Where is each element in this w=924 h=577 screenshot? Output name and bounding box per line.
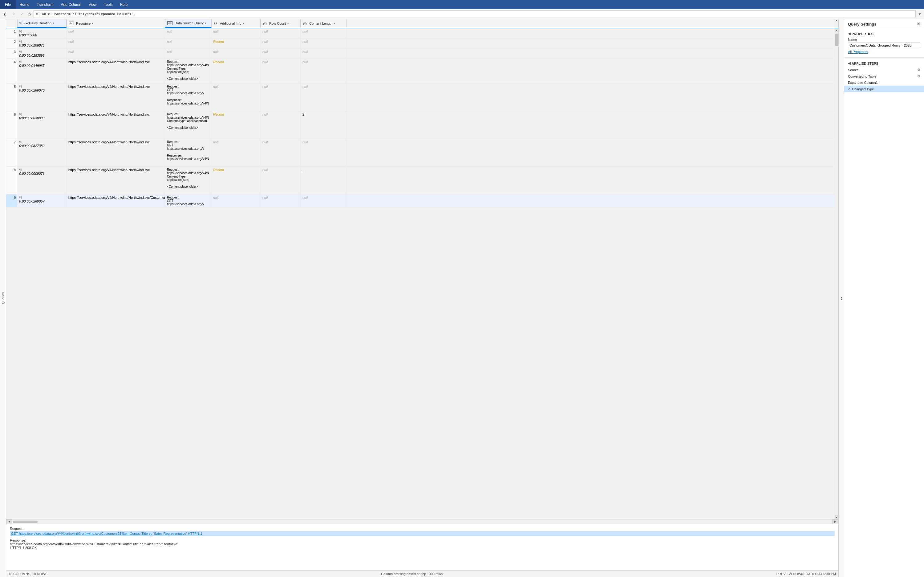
cell-resource-5: https://services.odata.org/V4/Northwind/… [66,84,165,111]
cell-datasource-5: Request: GET https://services.odata.org/… [165,84,211,111]
status-profiling-info: Column profiling based on top 1000 rows [381,572,443,576]
menu-view[interactable]: View [85,0,100,9]
data-area: % Exclusive Duration ▾ AC Resource ▾ AC … [6,19,838,577]
cell-spacer [347,167,835,194]
detail-request-url[interactable]: GET https://services.odata.org/V4/Northw… [10,531,835,536]
detail-response-url: https://services.odata.org/V4/Northwind/… [10,542,835,546]
col-resource-label: Resource [76,22,90,25]
cell-additional-8: Record [211,167,260,194]
menu-home[interactable]: Home [16,0,33,9]
scroll-track[interactable] [13,521,832,523]
row-number: 6 [6,111,17,139]
step-changed-type-label: Changed Type [852,87,920,91]
formula-bar[interactable]: = Table.TransformColumnTypes(#"Expanded … [34,10,916,18]
cell-duration-1: % 0:00:00.000 [17,28,66,38]
properties-divider [844,57,924,58]
menu-transform[interactable]: Transform [33,0,57,9]
query-settings-header: Query Settings ✕ [844,19,924,29]
cell-rowcount-2: null [260,39,301,48]
step-source-gear-icon[interactable]: ⚙ [917,68,920,72]
cell-rowcount-4: null [260,59,301,83]
cell-additional-3: null [211,49,260,58]
cell-additional-9: null [211,195,260,207]
name-value[interactable] [844,42,924,49]
step-expanded-column1[interactable]: Expanded Column1 [844,79,924,86]
exclusive-duration-icon: % [19,22,22,25]
detail-panel: Request: GET https://services.odata.org/… [6,524,838,570]
detail-response-status: HTTP/1.1 200 OK [10,546,835,550]
cell-resource-8: https://services.odata.org/V4/Northwind/… [66,167,165,194]
col-rowcount-label: Row Count [269,22,286,25]
queries-label: Queries [1,292,5,304]
collapse-queries-button[interactable]: ❮ [1,11,9,17]
step-converted-gear-icon[interactable]: ⚙ [917,74,920,78]
step-changed-type-delete-icon[interactable]: ✕ [848,87,851,91]
col-header-content-length[interactable]: 123 Content Length ▾ [301,19,347,28]
scroll-right-button[interactable]: ▶ [832,519,838,524]
scroll-left-button[interactable]: ◀ [6,519,12,524]
row-number: 9 [6,195,17,207]
step-converted-to-table[interactable]: Converted to Table ⚙ [844,73,924,79]
formula-icon: fx [28,12,31,16]
table-row: 4 % 0:00:00.0449967 https://services.oda… [6,59,835,84]
query-settings-close-button[interactable]: ✕ [917,22,920,26]
name-input[interactable] [848,42,920,48]
contentlen-icon: 123 [303,22,307,26]
formula-text: = Table.TransformColumnTypes(#"Expanded … [36,12,914,16]
grid-scroll-up-button[interactable]: ▲ [835,28,839,32]
cell-resource-6: https://services.odata.org/V4/Northwind/… [66,111,165,139]
col-header-row-count[interactable]: 123 Row Count ▾ [260,19,301,28]
cell-duration-6: % 0:00:00.0030893 [17,111,66,139]
cell-rowcount-3: null [260,49,301,58]
cell-duration-3: % 0:00:00.0253896 [17,49,66,58]
step-source[interactable]: Source ⚙ [844,66,924,73]
cancel-button[interactable]: ✕ [10,11,17,17]
col-header-resource[interactable]: AC Resource ▾ [66,19,165,28]
col-header-exclusive-duration[interactable]: % Exclusive Duration ▾ [17,19,66,28]
collapse-right-panel-button[interactable]: ❯ [838,19,844,577]
col-exclusive-duration-label: Exclusive Duration [23,21,51,25]
cell-duration-8: % 0:00:00.0009076 [17,167,66,194]
step-changed-type[interactable]: ✕ Changed Type [844,86,924,92]
header-spacer [347,19,835,28]
menu-help[interactable]: Help [116,0,131,9]
grid-vertical-scrollbar[interactable]: ▲ ▼ [835,28,838,519]
cell-contentlen-5: null [301,84,347,111]
menu-add-column[interactable]: Add Column [57,0,85,9]
apply-button[interactable]: ✓ [18,11,26,17]
cell-spacer [347,59,835,83]
status-preview-time: PREVIEW DOWNLOADED AT 5:30 PM [776,572,836,576]
grid-scroll-up-arrow[interactable]: ▲ [836,19,838,21]
col-contentlen-label: Content Length [309,22,332,25]
all-properties-link[interactable]: All Properties [844,49,924,56]
row-number: 1 [6,28,17,38]
row-number: 4 [6,59,17,83]
scroll-thumb[interactable] [13,521,38,523]
main-layout: Queries % Exclusive Duration ▾ AC Resour… [0,19,924,577]
grid-horizontal-scrollbar[interactable]: ◀ ▶ [6,519,838,524]
cell-additional-7: null [211,139,260,166]
formula-expand-button[interactable]: ▾ [917,11,923,17]
cell-resource-7: https://services.odata.org/V4/Northwind/… [66,139,165,166]
col-header-additional-info[interactable]: ⬆⬇ Additional Info ▾ [211,19,260,28]
toolbar: ❮ ✕ ✓ fx = Table.TransformColumnTypes(#"… [0,9,924,19]
cell-additional-6: Record [211,111,260,139]
menu-file[interactable]: File [0,0,16,9]
grid-scroll-down-button[interactable]: ▼ [835,515,839,519]
cell-resource-1: null [66,28,165,38]
grid-scroll-track[interactable] [835,32,838,515]
cell-contentlen-7: null [301,139,347,166]
cell-contentlen-2: null [301,39,347,48]
detail-response-label: Response: [10,538,835,542]
col-header-datasource-query[interactable]: AC Data Source Query ▾ [165,19,211,28]
cell-spacer [347,39,835,48]
cell-additional-2: Record [211,39,260,48]
cell-additional-5: null [211,84,260,111]
query-settings-title: Query Settings [848,22,876,26]
cell-duration-9: % 0:00:00.0269857 [17,195,66,207]
applied-steps-section-title: ◀ APPLIED STEPS [844,59,924,66]
status-columns-rows: 18 COLUMNS, 10 ROWS [9,572,47,576]
grid-body-container: 1 % 0:00:00.000 null null null null null… [6,28,838,519]
menu-tools[interactable]: Tools [100,0,116,9]
grid-scroll-thumb[interactable] [835,34,838,46]
